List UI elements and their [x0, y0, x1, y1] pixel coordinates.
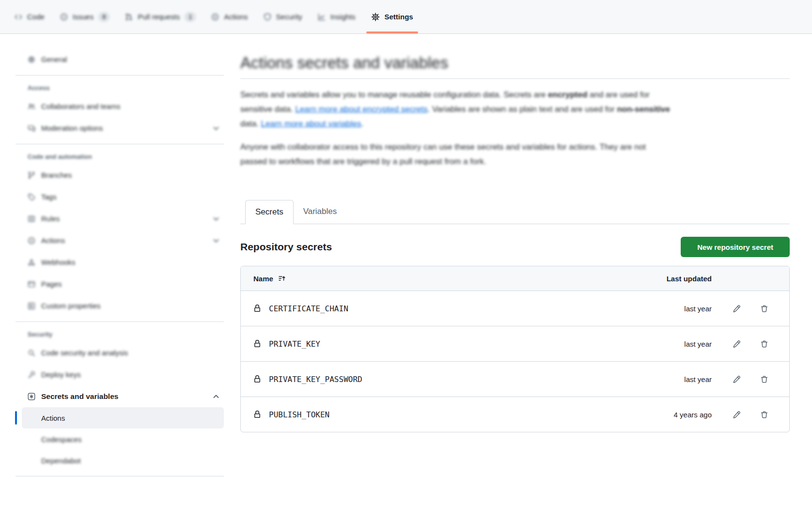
browser-icon	[28, 280, 35, 288]
sidebar-item-secrets-actions[interactable]: Actions	[22, 407, 224, 428]
secrets-table-header: Name Last updated	[241, 266, 789, 291]
tab-secrets[interactable]: Secrets	[245, 200, 294, 224]
pencil-icon	[733, 305, 741, 313]
secrets-table: Name Last updated CERTIFICATE_CHAIN last…	[240, 266, 790, 432]
new-repository-secret-button[interactable]: New repository secret	[681, 237, 790, 257]
edit-secret-button[interactable]	[732, 339, 742, 349]
pencil-icon	[733, 340, 741, 348]
secret-row: PUBLISH_TOKEN 4 years ago	[241, 397, 789, 432]
delete-secret-button[interactable]	[759, 304, 769, 314]
lock-icon	[253, 340, 261, 348]
secret-name: PRIVATE_KEY	[269, 339, 320, 349]
encrypted-term: encrypted	[548, 90, 587, 99]
asterisk-box-icon	[28, 393, 35, 400]
sidebar-item-collaborators[interactable]: Collaborators and teams	[16, 95, 224, 117]
repo-top-nav: Code Issues 8 Pull requests 1 Actions Se…	[0, 0, 812, 34]
sidebar-item-secrets-dependabot[interactable]: Dependabot	[16, 450, 224, 471]
nav-tab-pull-requests[interactable]: Pull requests 1	[117, 0, 203, 33]
custom-properties-icon	[28, 302, 35, 310]
issues-count-badge: 8	[98, 12, 109, 22]
delete-secret-button[interactable]	[759, 339, 769, 349]
section-title: Repository secrets	[240, 241, 332, 253]
nav-tab-code[interactable]: Code	[7, 0, 52, 33]
nav-tab-issues[interactable]: Issues 8	[52, 0, 118, 33]
sidebar-item-code-security[interactable]: Code security and analysis	[16, 342, 224, 364]
edit-secret-button[interactable]	[732, 374, 742, 384]
trash-icon	[760, 411, 768, 419]
sidebar-item-secrets-codespaces[interactable]: Codespaces	[16, 428, 224, 450]
secret-updated: 4 years ago	[605, 411, 712, 419]
lock-icon	[253, 411, 261, 418]
issue-opened-icon	[60, 13, 68, 21]
secret-updated: last year	[605, 375, 712, 383]
delete-secret-button[interactable]	[759, 374, 769, 384]
sidebar-item-branches[interactable]: Branches	[16, 164, 224, 186]
sidebar-item-custom-properties[interactable]: Custom properties	[16, 295, 224, 317]
sidebar-divider	[16, 75, 224, 76]
settings-content: Actions secrets and variables Secrets an…	[240, 34, 790, 432]
nav-tab-code-label: Code	[27, 13, 45, 21]
nav-tab-pull-requests-label: Pull requests	[138, 13, 180, 21]
nav-tab-settings[interactable]: Settings	[363, 0, 421, 33]
sidebar-item-actions[interactable]: Actions	[16, 229, 224, 251]
sidebar-section-code-automation: Code and automation	[16, 153, 224, 160]
link-encrypted-secrets[interactable]: Learn more about encrypted secrets	[295, 105, 427, 114]
sidebar-item-rules[interactable]: Rules	[16, 208, 224, 229]
sidebar-item-pages[interactable]: Pages	[16, 273, 224, 295]
play-icon	[28, 237, 35, 245]
secret-row: PRIVATE_KEY last year	[241, 326, 789, 361]
people-icon	[28, 103, 35, 110]
secret-name: PRIVATE_KEY_PASSWORD	[269, 375, 362, 384]
comment-discussion-icon	[28, 124, 35, 132]
secret-updated: last year	[605, 340, 712, 348]
edit-secret-button[interactable]	[732, 304, 742, 314]
sidebar-section-security: Security	[16, 331, 224, 338]
chevron-down-icon	[212, 237, 220, 245]
nav-tab-actions[interactable]: Actions	[203, 0, 255, 33]
sort-ascending-icon[interactable]	[278, 275, 286, 282]
nav-tab-issues-label: Issues	[73, 13, 94, 21]
sidebar-item-moderation-options[interactable]: Moderation options	[16, 117, 224, 139]
lock-icon	[253, 305, 261, 312]
secrets-variables-tabnav: Secrets Variables	[240, 200, 790, 224]
edit-secret-button[interactable]	[732, 410, 742, 420]
link-variables[interactable]: Learn more about variables	[261, 119, 361, 128]
column-header-name[interactable]: Name	[253, 275, 273, 283]
shield-icon	[264, 13, 271, 21]
access-note-paragraph: Anyone with collaborator access to this …	[240, 140, 790, 169]
delete-secret-button[interactable]	[759, 410, 769, 420]
rules-icon	[28, 215, 35, 223]
nav-tab-security-label: Security	[276, 13, 302, 21]
page-title: Actions secrets and variables	[240, 52, 790, 74]
trash-icon	[760, 340, 768, 348]
git-pull-request-icon	[125, 13, 133, 21]
sidebar-item-tags[interactable]: Tags	[16, 186, 224, 208]
pencil-icon	[733, 375, 741, 383]
tab-variables[interactable]: Variables	[294, 200, 347, 223]
webhook-icon	[28, 259, 35, 266]
sidebar-divider	[16, 476, 224, 476]
secret-row: CERTIFICATE_CHAIN last year	[241, 291, 789, 326]
sidebar-item-webhooks[interactable]: Webhooks	[16, 251, 224, 273]
codescan-icon	[28, 349, 35, 357]
chevron-up-icon	[212, 393, 220, 400]
settings-sidebar: General Access Collaborators and teams M…	[0, 34, 232, 481]
nav-tab-insights[interactable]: Insights	[310, 0, 363, 33]
sidebar-item-secrets-and-variables[interactable]: Secrets and variables	[16, 385, 224, 407]
secret-name: PUBLISH_TOKEN	[269, 410, 329, 419]
intro-paragraph: Secrets and variables allow you to manag…	[240, 88, 790, 131]
gear-icon	[28, 56, 35, 63]
lock-icon	[253, 375, 261, 383]
nav-tab-security[interactable]: Security	[256, 0, 310, 33]
nav-tab-settings-label: Settings	[385, 13, 413, 21]
git-branch-icon	[28, 171, 35, 179]
non-sensitive-term: non-sensitive	[617, 105, 670, 114]
nav-tab-insights-label: Insights	[330, 13, 356, 21]
sidebar-divider	[16, 144, 224, 144]
sidebar-item-deploy-keys[interactable]: Deploy keys	[16, 364, 224, 385]
title-divider	[240, 78, 790, 79]
code-icon	[15, 13, 22, 21]
sidebar-item-general[interactable]: General	[16, 48, 224, 70]
play-icon	[211, 13, 219, 21]
pencil-icon	[733, 411, 741, 419]
